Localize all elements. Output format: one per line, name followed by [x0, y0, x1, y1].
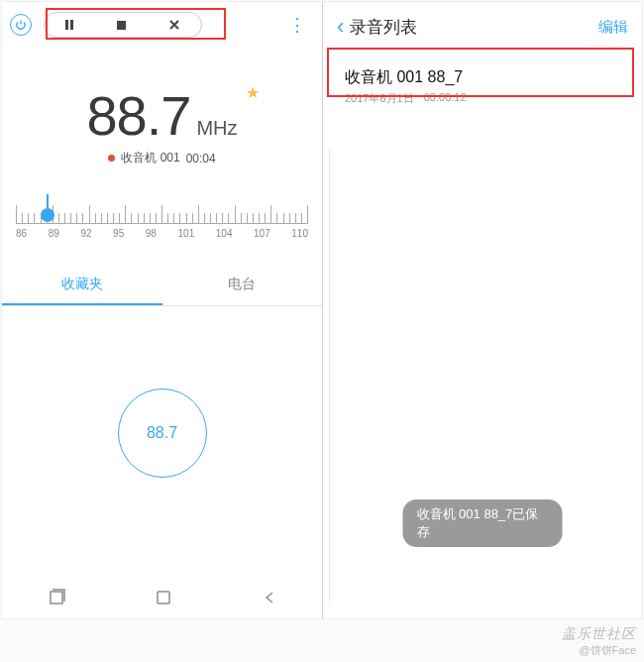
preset-frequency: 88.7: [147, 424, 177, 442]
power-button[interactable]: [10, 14, 32, 36]
stop-icon[interactable]: [116, 20, 130, 31]
vertical-divider: [329, 149, 330, 605]
recording-indicator-icon: [108, 155, 115, 162]
recording-name: 收音机 001 88_7: [345, 67, 620, 88]
svg-rect-4: [158, 592, 169, 604]
tab-favorites[interactable]: 收藏夹: [2, 266, 162, 305]
recording-duration: 00:00:12: [424, 91, 467, 106]
close-icon[interactable]: [168, 19, 182, 31]
preset-station-button[interactable]: 88.7: [118, 388, 207, 478]
recording-label: 收音机 001: [121, 150, 179, 166]
recording-list-item[interactable]: 收音机 001 88_7 2017年6月1日 00:00:12: [333, 57, 632, 116]
edit-button[interactable]: 编辑: [598, 18, 628, 37]
android-navbar-left: [2, 579, 323, 616]
back-icon[interactable]: [262, 590, 277, 606]
svg-rect-1: [70, 20, 73, 30]
svg-rect-3: [51, 592, 62, 604]
home-icon[interactable]: [156, 590, 171, 606]
frequency-unit: MHz: [196, 117, 237, 140]
recording-controls-pill: [44, 12, 202, 38]
frequency-value: 88.7: [86, 83, 190, 148]
recording-timer: 00:04: [186, 152, 216, 166]
more-menu-icon[interactable]: ⋮: [288, 14, 308, 36]
pause-icon[interactable]: [63, 19, 77, 31]
save-toast: 收音机 001 88_7已保存: [403, 499, 563, 547]
svg-rect-0: [65, 20, 68, 30]
page-title: 录音列表: [350, 16, 417, 39]
favorite-star-icon[interactable]: ★: [246, 83, 260, 102]
recents-icon[interactable]: [48, 589, 65, 607]
tab-stations[interactable]: 电台: [162, 266, 323, 305]
recording-date: 2017年6月1日: [345, 91, 414, 106]
back-chevron-icon[interactable]: ‹: [337, 14, 344, 40]
svg-rect-2: [117, 21, 126, 30]
watermark: 盖乐世社区 @饼饼Face: [562, 625, 636, 658]
frequency-dial[interactable]: 8689929598101104107110: [16, 194, 308, 244]
